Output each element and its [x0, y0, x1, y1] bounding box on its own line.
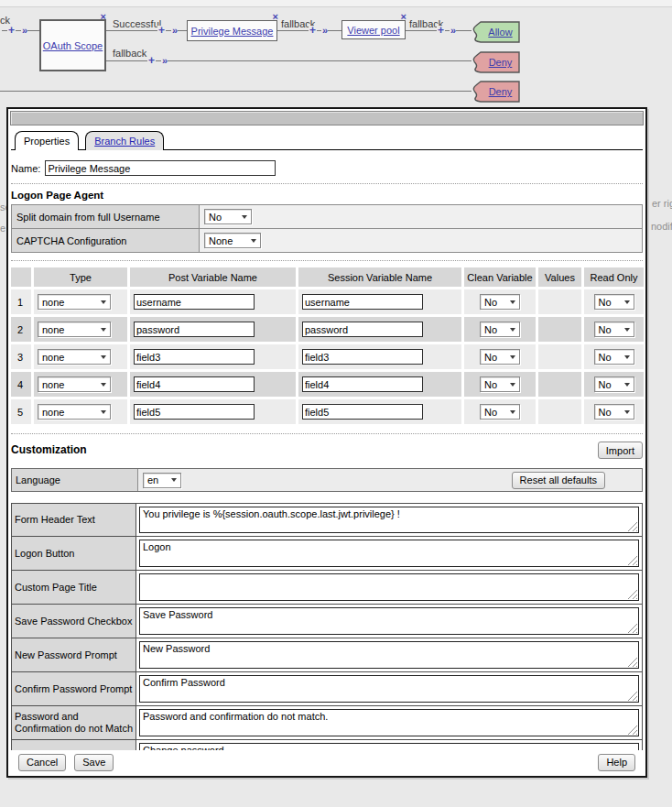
- add-agent-button[interactable]: +: [309, 26, 317, 35]
- type-select[interactable]: none: [38, 376, 111, 392]
- tab-branch-rules[interactable]: Branch Rules: [85, 131, 164, 150]
- post-variable-input[interactable]: [134, 322, 255, 337]
- row-number: 1: [11, 289, 31, 314]
- terminal-deny-label[interactable]: Deny: [481, 51, 520, 73]
- captcha-config-select[interactable]: None: [204, 233, 261, 248]
- dialog-footer: Cancel Save Help: [10, 750, 644, 774]
- help-button[interactable]: Help: [598, 754, 635, 771]
- clean-variable-select[interactable]: No: [480, 322, 520, 337]
- chevron-down-icon: [101, 410, 106, 414]
- close-icon[interactable]: ×: [101, 13, 106, 21]
- type-select[interactable]: none: [38, 322, 111, 337]
- node-oauth-scope-label[interactable]: OAuth Scope: [43, 40, 103, 51]
- split-domain-select[interactable]: No: [204, 209, 252, 224]
- clean-variable-select[interactable]: No: [480, 376, 520, 392]
- type-select[interactable]: none: [38, 294, 111, 310]
- confirm-password-prompt-textarea[interactable]: Confirm Password: [139, 675, 639, 703]
- read-only-select[interactable]: No: [594, 404, 634, 420]
- logon-button-textarea[interactable]: Logon: [139, 540, 639, 567]
- dialog-titlebar[interactable]: [10, 111, 644, 125]
- chevron-down-icon: [101, 355, 106, 359]
- separator: [11, 260, 643, 261]
- terminal-deny-2[interactable]: Deny: [471, 81, 520, 103]
- background-text-fragment: nodif: [651, 221, 672, 232]
- post-variable-input[interactable]: [134, 294, 255, 310]
- session-variable-input[interactable]: [302, 322, 423, 337]
- close-icon[interactable]: ×: [401, 13, 406, 21]
- post-variable-input[interactable]: [134, 349, 255, 365]
- chevron-down-icon: [510, 300, 515, 304]
- policy-flow-diagram: ck + » OAuth Scope × Successful + » Priv…: [0, 0, 672, 107]
- read-only-select[interactable]: No: [594, 294, 634, 310]
- cancel-button[interactable]: Cancel: [18, 754, 66, 771]
- read-only-select[interactable]: No: [594, 376, 634, 392]
- tab-properties-label: Properties: [24, 136, 70, 147]
- post-variable-cell: [130, 372, 296, 397]
- add-agent-button[interactable]: +: [7, 26, 16, 35]
- reset-all-defaults-button[interactable]: Reset all defaults: [512, 472, 605, 489]
- session-variable-input[interactable]: [302, 349, 423, 365]
- field-value-cell: Confirm Password: [136, 672, 642, 705]
- captcha-config-value-cell: None: [200, 229, 642, 252]
- field-value-cell: Password and confirmation do not match.: [136, 706, 642, 739]
- connector-line: [0, 91, 471, 92]
- clean-variable-select-value: No: [484, 324, 497, 335]
- terminal-allow[interactable]: Allow: [471, 21, 520, 43]
- read-only-select-value: No: [599, 297, 612, 308]
- new-password-prompt-textarea[interactable]: New Password: [139, 641, 639, 669]
- add-agent-button[interactable]: +: [157, 26, 166, 35]
- chevron-down-icon: [171, 478, 177, 482]
- custom-page-title-label: Custom Page Title: [12, 571, 136, 604]
- chevron-down-icon: [624, 410, 630, 414]
- node-privilege-message-label[interactable]: Privilege Message: [191, 26, 274, 37]
- session-variable-input[interactable]: [302, 294, 423, 310]
- node-viewer-pool[interactable]: Viewer pool ×: [341, 20, 406, 39]
- clean-variable-cell: No: [464, 317, 536, 342]
- post-variable-input[interactable]: [134, 404, 255, 420]
- read-only-select[interactable]: No: [594, 349, 634, 365]
- save-button[interactable]: Save: [74, 754, 114, 771]
- read-only-cell: No: [584, 344, 644, 369]
- language-select[interactable]: en: [143, 473, 181, 488]
- post-variable-input[interactable]: [134, 376, 255, 392]
- clean-variable-select[interactable]: No: [480, 294, 520, 310]
- chevron-down-icon: [101, 383, 106, 387]
- session-variable-cell: [298, 344, 461, 369]
- customization-fields: Form Header Text You privilege is %{sess…: [11, 503, 643, 763]
- dialog-tabs: Properties Branch Rules: [11, 130, 643, 150]
- session-variable-input[interactable]: [302, 404, 423, 420]
- terminal-allow-label[interactable]: Allow: [481, 21, 520, 43]
- node-privilege-message[interactable]: Privilege Message ×: [187, 20, 277, 41]
- tab-properties[interactable]: Properties: [15, 131, 79, 150]
- read-only-cell: No: [584, 372, 644, 397]
- custom-page-title-textarea[interactable]: [139, 573, 639, 601]
- field-row: New Password Prompt New Password: [11, 638, 643, 672]
- type-cell: none: [34, 399, 127, 424]
- type-select[interactable]: none: [38, 404, 111, 420]
- node-oauth-scope[interactable]: OAuth Scope ×: [39, 19, 106, 71]
- import-button[interactable]: Import: [598, 442, 643, 459]
- column-header-clean-variable: Clean Variable: [464, 267, 536, 287]
- add-agent-button[interactable]: +: [437, 26, 445, 35]
- field-row: Confirm Password Prompt Confirm Password: [11, 672, 643, 706]
- type-select[interactable]: none: [38, 349, 111, 365]
- terminal-deny-1[interactable]: Deny: [471, 51, 520, 73]
- row-number: 5: [11, 399, 31, 424]
- terminal-deny-label[interactable]: Deny: [481, 81, 520, 103]
- name-input[interactable]: [45, 160, 276, 176]
- close-icon[interactable]: ×: [273, 13, 278, 21]
- save-password-checkbox-textarea[interactable]: Save Password: [139, 607, 639, 635]
- session-variable-input[interactable]: [302, 376, 423, 392]
- clean-variable-select[interactable]: No: [480, 349, 520, 365]
- read-only-select[interactable]: No: [594, 322, 634, 337]
- password-mismatch-textarea[interactable]: Password and confirmation do not match.: [139, 709, 639, 736]
- field-row: Password and Confirmation do not Match P…: [11, 706, 643, 740]
- post-variable-cell: [130, 317, 296, 342]
- variables-table: Type Post Variable Name Session Variable…: [11, 267, 643, 424]
- add-agent-button[interactable]: +: [147, 56, 156, 65]
- field-row: Custom Page Title: [11, 571, 643, 605]
- node-viewer-pool-label[interactable]: Viewer pool: [347, 25, 399, 36]
- column-header-read-only: Read Only: [584, 267, 644, 287]
- clean-variable-select[interactable]: No: [480, 404, 520, 420]
- form-header-text-textarea[interactable]: You privilege is %{session.oauth.scope.l…: [139, 507, 639, 533]
